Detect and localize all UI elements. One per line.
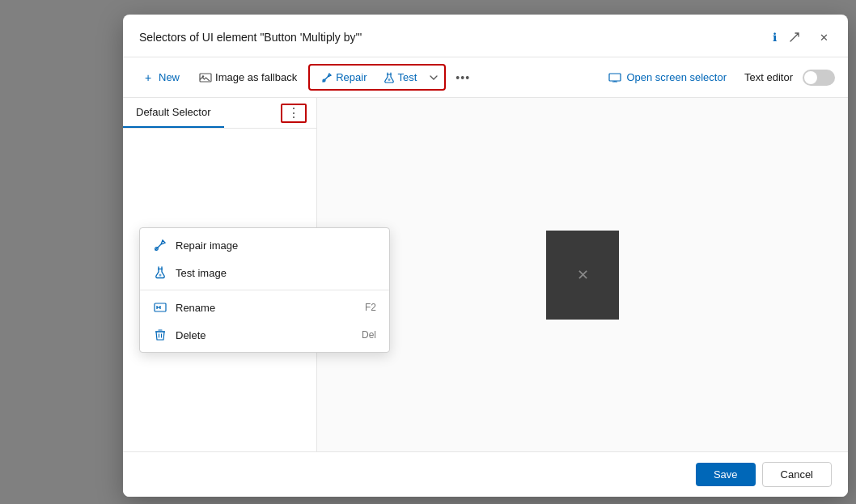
test-image-label: Test image: [176, 267, 227, 279]
test-label: Test: [397, 71, 417, 83]
default-selector-tab[interactable]: Default Selector: [123, 98, 224, 128]
toolbar: + New Image as fallback Repair: [123, 57, 848, 98]
dialog-title: Selectors of UI element "Button 'Multipl…: [139, 31, 766, 44]
main-content: Default Selector ⋮ Repair image: [123, 98, 848, 451]
svg-point-5: [388, 78, 391, 81]
menu-item-rename[interactable]: Rename F2: [140, 294, 389, 321]
close-button[interactable]: ✕: [812, 26, 835, 49]
monitor-icon: [608, 73, 621, 83]
dialog: Selectors of UI element "Button 'Multipl…: [123, 15, 848, 497]
rename-icon: [153, 300, 167, 315]
delete-label: Delete: [176, 329, 206, 341]
three-dot-icon: ⋮: [287, 107, 300, 120]
more-options-button[interactable]: •••: [449, 67, 477, 88]
new-label: New: [159, 71, 180, 83]
title-bar: Selectors of UI element "Button 'Multipl…: [123, 15, 848, 57]
svg-point-11: [159, 274, 162, 277]
menu-item-delete[interactable]: Delete Del: [140, 321, 389, 349]
repair-test-group: Repair Test: [308, 64, 446, 91]
menu-item-test-image[interactable]: Test image: [140, 259, 389, 286]
image-placeholder: ✕: [546, 231, 619, 320]
svg-rect-6: [609, 74, 621, 81]
image-fallback-button[interactable]: Image as fallback: [191, 67, 305, 87]
close-icon: ✕: [820, 32, 828, 44]
menu-item-repair-image[interactable]: Repair image: [140, 231, 389, 259]
repair-label: Repair: [336, 71, 367, 83]
text-editor-toggle[interactable]: [803, 70, 835, 86]
broken-image-icon: ✕: [577, 266, 589, 284]
svg-text:+: +: [145, 72, 151, 83]
repair-image-label: Repair image: [176, 239, 238, 252]
test-image-icon: [153, 265, 167, 280]
rename-label: Rename: [176, 302, 215, 314]
rename-shortcut: F2: [365, 302, 376, 313]
repair-image-icon: [153, 238, 167, 252]
footer: Save Cancel: [123, 451, 848, 497]
image-icon: [199, 73, 212, 83]
info-icon[interactable]: ℹ: [773, 31, 777, 44]
delete-shortcut: Del: [362, 329, 376, 341]
left-panel: Default Selector ⋮ Repair image: [123, 98, 317, 451]
dropdown-arrow-button[interactable]: [426, 69, 441, 87]
more-dots-icon: •••: [456, 71, 470, 84]
repair-button[interactable]: Repair: [313, 67, 375, 87]
chevron-down-icon: [430, 74, 438, 81]
plus-icon: +: [144, 72, 155, 83]
save-button[interactable]: Save: [696, 463, 756, 486]
cancel-button[interactable]: Cancel: [762, 462, 832, 487]
open-screen-selector-label: Open screen selector: [626, 71, 727, 83]
new-button[interactable]: + New: [136, 67, 188, 87]
test-button[interactable]: Test: [376, 67, 425, 87]
title-icons: ℹ ✕: [773, 26, 835, 49]
resize-button[interactable]: [783, 26, 806, 49]
image-fallback-label: Image as fallback: [215, 71, 297, 83]
three-dot-button[interactable]: ⋮: [281, 104, 307, 123]
selector-tab-label: Default Selector: [136, 106, 211, 118]
text-editor-label: Text editor: [744, 71, 793, 83]
right-panel: ✕: [317, 98, 848, 451]
delete-icon: [153, 328, 167, 342]
repair-icon: [321, 72, 333, 83]
resize-icon: [789, 32, 800, 43]
open-screen-selector-button[interactable]: Open screen selector: [600, 67, 735, 87]
test-icon: [384, 72, 394, 83]
menu-divider-1: [140, 290, 389, 290]
context-menu: Repair image Test image: [139, 227, 390, 353]
toolbar-right: Open screen selector Text editor: [600, 67, 835, 87]
